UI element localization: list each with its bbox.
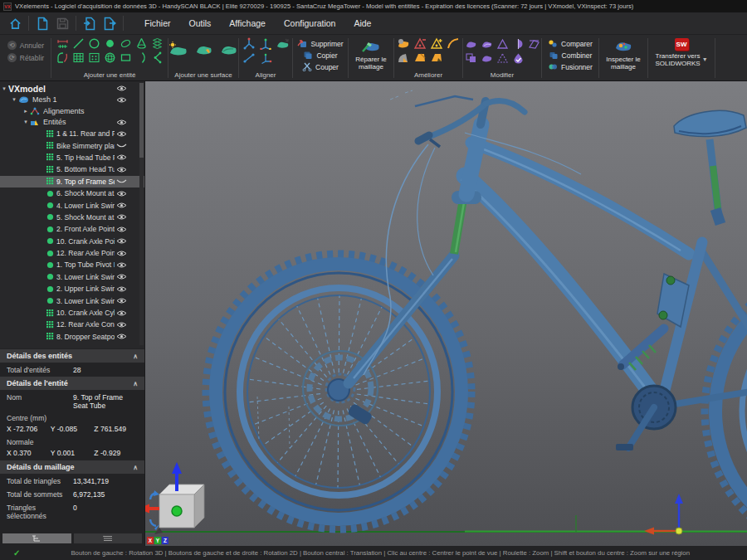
extend-icon[interactable] xyxy=(495,51,510,65)
point-icon[interactable] xyxy=(102,37,117,51)
cone-icon[interactable] xyxy=(134,37,149,51)
surface-edit-icon[interactable] xyxy=(195,41,213,61)
repair-mesh-button[interactable]: Réparer le maillage xyxy=(349,36,393,80)
polyline-icon[interactable] xyxy=(149,51,164,65)
tree-node-mesh1[interactable]: ▾ Mesh 1 xyxy=(0,95,144,106)
line-icon[interactable] xyxy=(71,37,85,51)
import-icon[interactable] xyxy=(81,15,98,32)
visibility-eye-icon[interactable] xyxy=(115,130,128,138)
smooth-boundary-icon[interactable] xyxy=(446,37,461,51)
sphere-icon[interactable] xyxy=(102,51,117,65)
3d-viewport[interactable]: X Y Z xyxy=(145,81,747,546)
align-surface-icon[interactable] xyxy=(275,37,290,51)
menu-outils[interactable]: Outils xyxy=(180,15,221,32)
entity-details-header[interactable]: Détails de l'entité∧ xyxy=(0,377,144,390)
dotted-plane-icon[interactable] xyxy=(86,51,101,65)
remove-spikes-icon[interactable] xyxy=(463,37,478,51)
waterproof-icon[interactable] xyxy=(510,51,525,65)
visibility-eye-icon[interactable] xyxy=(115,321,128,329)
inspect-mesh-button[interactable]: Inspecter le maillage xyxy=(600,36,647,80)
tree-view-toggle[interactable] xyxy=(2,533,71,543)
menu-aide[interactable]: Aide xyxy=(344,15,380,32)
cut-plane-icon[interactable] xyxy=(510,37,525,51)
export-icon[interactable] xyxy=(101,15,118,32)
tree-node-vxmodel[interactable]: ▾ VXmodel xyxy=(0,83,144,95)
transfer-solidworks-button[interactable]: SW Transférer vers SOLIDWORKS ▼ xyxy=(649,36,714,80)
visibility-eye-icon[interactable] xyxy=(115,153,128,161)
align-jack-icon[interactable] xyxy=(242,37,257,51)
delete-button[interactable]: Supprimer xyxy=(295,38,344,49)
tree-entity-row[interactable]: 9. Top of Frame Seat xyxy=(0,176,144,187)
tree-node-alignements[interactable]: ▸ Alignements xyxy=(0,105,144,117)
new-document-icon[interactable] xyxy=(34,15,51,32)
tree-entity-row[interactable]: 5. Shock Mount at M xyxy=(0,212,144,223)
visibility-eye-icon[interactable] xyxy=(115,261,128,269)
home-icon[interactable] xyxy=(7,15,23,32)
rectangle-icon[interactable] xyxy=(118,51,133,65)
ellipse-icon[interactable] xyxy=(118,37,133,51)
visibility-eye-icon[interactable] xyxy=(115,213,128,221)
save-icon[interactable] xyxy=(54,15,71,32)
menu-configuration[interactable]: Configuration xyxy=(275,15,344,32)
menu-fichier[interactable]: Fichier xyxy=(135,15,180,32)
collapse-icon[interactable]: ∧ xyxy=(133,464,138,471)
tree-entity-row[interactable]: 6. Shock Mount at L xyxy=(0,187,144,199)
tree-entity-row[interactable]: 3. Lower Link Swing xyxy=(0,271,144,283)
tree-entity-row[interactable]: 5. Tip Head Tube Pl xyxy=(0,152,144,163)
boolean-icon[interactable] xyxy=(463,51,478,65)
tree-entity-row[interactable]: 4. Lower Link Swing xyxy=(0,199,144,211)
clean-defect-minus-icon[interactable] xyxy=(413,37,428,51)
visibility-eye-icon[interactable] xyxy=(115,333,128,340)
grid-plane-icon[interactable] xyxy=(71,51,85,65)
surface-patch-icon[interactable] xyxy=(220,41,238,61)
visibility-eye-icon[interactable] xyxy=(115,237,128,245)
chevron-down-icon[interactable]: ▾ xyxy=(10,96,18,103)
visibility-eye-closed-icon[interactable] xyxy=(115,142,128,149)
chevron-down-icon[interactable]: ▾ xyxy=(22,119,30,125)
refine-icon[interactable] xyxy=(429,51,445,65)
menu-affichage[interactable]: Affichage xyxy=(220,15,275,32)
circle-icon[interactable] xyxy=(86,37,101,51)
copy-button[interactable]: Copier xyxy=(301,50,339,61)
reduce-triangles-icon[interactable] xyxy=(495,37,510,51)
visibility-eye-icon[interactable] xyxy=(115,202,128,209)
visibility-eye-closed-icon[interactable] xyxy=(115,178,128,185)
surface-new-icon[interactable] xyxy=(168,41,188,61)
y-axis-chip[interactable]: Y xyxy=(154,537,161,544)
cut-button[interactable]: Couper xyxy=(300,61,340,72)
visibility-eye-icon[interactable] xyxy=(115,190,128,197)
tree-entity-row[interactable]: 2. Front Axle Point xyxy=(0,223,144,235)
arc-icon[interactable] xyxy=(134,51,149,65)
tree-entity-row[interactable]: 5. Bottom Head Tub xyxy=(0,163,144,175)
tree-entity-row[interactable]: 10. Crank Axle Point xyxy=(0,236,144,247)
tree-entity-row[interactable]: 10. Crank Axle Cylin xyxy=(0,307,144,319)
visibility-eye-icon[interactable] xyxy=(115,250,128,257)
tree-entity-row[interactable]: 1 & 11. Rear and Fro xyxy=(0,128,144,139)
clean-defect-plus-icon[interactable] xyxy=(429,37,445,51)
entities-details-header[interactable]: Détails des entités∧ xyxy=(0,349,144,363)
collapse-icon[interactable]: ∧ xyxy=(133,353,138,360)
tree-scrollbar[interactable] xyxy=(139,83,144,345)
dimension-icon[interactable] xyxy=(55,37,70,51)
chevron-down-icon[interactable]: ▾ xyxy=(0,85,8,92)
compare-button[interactable]: Comparer xyxy=(546,38,594,49)
visibility-eye-icon[interactable] xyxy=(115,96,128,104)
merge-button[interactable]: Fusionner xyxy=(546,61,594,72)
decimate-icon[interactable] xyxy=(413,51,428,65)
offset-icon[interactable] xyxy=(479,51,494,65)
combine-button[interactable]: Combiner xyxy=(547,50,594,61)
visibility-eye-icon[interactable] xyxy=(115,119,128,126)
arc-radius-icon[interactable] xyxy=(55,51,70,65)
align-axes-icon[interactable] xyxy=(258,51,274,65)
mesh-details-header[interactable]: Détails du maillage∧ xyxy=(0,460,144,474)
tree-entity-row[interactable]: 12. Rear Axle Point xyxy=(0,247,144,259)
tree-entity-row[interactable]: 8. Dropper Seatpost xyxy=(0,331,144,343)
x-axis-chip[interactable]: X xyxy=(147,537,154,544)
visibility-eye-icon[interactable] xyxy=(115,166,128,173)
visibility-eye-icon[interactable] xyxy=(115,226,128,233)
tree-entity-row[interactable]: 12. Rear Axle Cone xyxy=(0,319,144,330)
list-view-toggle[interactable] xyxy=(74,533,143,543)
mirror-icon[interactable] xyxy=(526,37,541,51)
chevron-right-icon[interactable]: ▸ xyxy=(22,108,30,114)
visibility-eye-icon[interactable] xyxy=(115,309,128,317)
